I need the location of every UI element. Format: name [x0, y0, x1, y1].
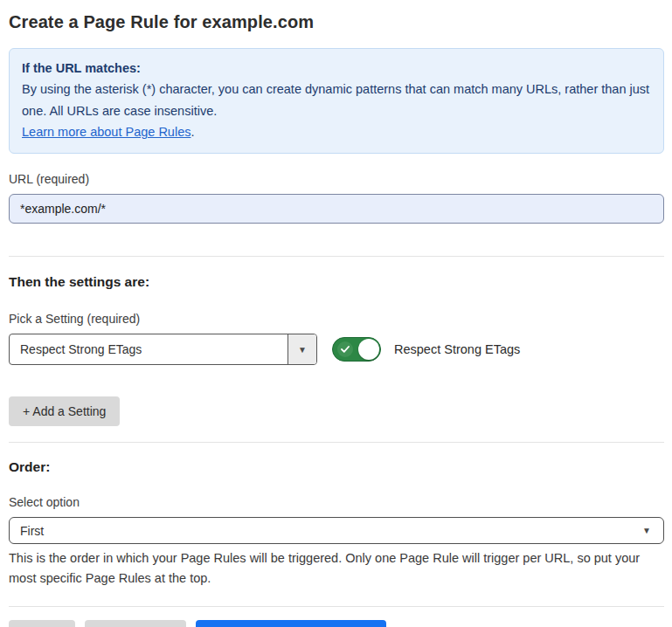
order-dropdown-value: First	[20, 524, 44, 538]
chevron-down-icon[interactable]: ▼	[288, 334, 316, 364]
section-divider	[9, 606, 664, 607]
section-divider	[9, 256, 664, 257]
url-match-info-box: If the URL matches: By using the asteris…	[9, 48, 664, 154]
link-period: .	[191, 125, 194, 139]
info-box-body-text: By using the asterisk (*) character, you…	[22, 82, 649, 117]
toggle-label: Respect Strong ETags	[394, 342, 520, 356]
order-heading: Order:	[9, 459, 664, 475]
check-icon	[337, 341, 353, 357]
setting-toggle[interactable]	[332, 337, 381, 362]
add-setting-button[interactable]: + Add a Setting	[9, 396, 120, 426]
order-dropdown[interactable]: First ▼	[9, 517, 664, 544]
url-field-label: URL (required)	[9, 172, 664, 186]
info-box-heading: If the URL matches:	[22, 58, 651, 79]
page-rule-form: Create a Page Rule for example.com If th…	[0, 0, 672, 627]
setting-dropdown-value: Respect Strong ETags	[10, 334, 288, 364]
setting-row: Respect Strong ETags ▼ Respect Strong ET…	[9, 334, 664, 365]
learn-more-link[interactable]: Learn more about Page Rules	[22, 125, 191, 139]
cancel-button[interactable]: Cancel	[9, 620, 75, 627]
save-draft-button[interactable]: Save as Draft	[85, 620, 187, 627]
info-box-body: By using the asterisk (*) character, you…	[22, 79, 651, 142]
settings-heading: Then the settings are:	[9, 274, 664, 290]
toggle-knob	[358, 339, 379, 360]
section-divider	[9, 442, 664, 443]
chevron-down-icon: ▼	[642, 526, 653, 535]
order-select-label: Select option	[9, 495, 664, 509]
setting-dropdown[interactable]: Respect Strong ETags ▼	[9, 334, 317, 365]
page-title: Create a Page Rule for example.com	[9, 12, 664, 32]
pick-setting-label: Pick a Setting (required)	[9, 312, 664, 326]
url-input[interactable]	[9, 194, 664, 224]
save-deploy-button[interactable]: Save and Deploy Page Rule	[196, 620, 386, 627]
action-button-row: Cancel Save as Draft Save and Deploy Pag…	[9, 620, 664, 627]
order-help-text: This is the order in which your Page Rul…	[9, 548, 669, 588]
